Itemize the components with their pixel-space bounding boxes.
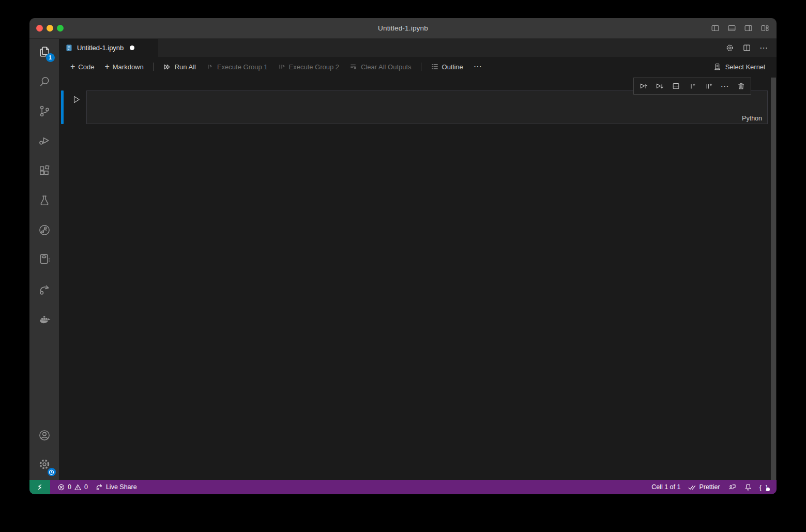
person-feedback-icon	[727, 482, 737, 492]
remote-icon	[36, 483, 44, 491]
sidebar-item-git-graph[interactable]	[33, 219, 56, 241]
title-bar: Untitled-1.ipynb	[29, 18, 777, 39]
toolbar-separator	[421, 63, 421, 71]
window-title: Untitled-1.ipynb	[378, 24, 428, 32]
minimize-window-button[interactable]	[47, 25, 53, 32]
source-control-icon	[38, 104, 51, 118]
run-cell-button[interactable]	[70, 93, 82, 105]
clear-all-outputs-button[interactable]: Clear All Outputs	[345, 60, 416, 73]
settings-sync-clock-badge	[48, 468, 56, 476]
editor-more-actions-icon[interactable]: ⋯	[759, 44, 768, 52]
cell-code-editor[interactable]: Python	[86, 90, 768, 124]
tab-label: Untitled-1.ipynb	[77, 44, 124, 52]
window-controls	[36, 18, 64, 38]
unsaved-changes-dot[interactable]	[130, 45, 134, 50]
cell-focus-bar	[61, 90, 64, 124]
toolbar-more-actions-button[interactable]: ⋯	[469, 60, 486, 73]
execute-cell-and-below-icon[interactable]	[653, 80, 666, 93]
braces-status-item[interactable]: { }	[756, 483, 772, 491]
toggle-primary-sidebar-icon[interactable]	[711, 24, 720, 33]
run-all-button[interactable]: Run All	[159, 60, 200, 73]
toggle-panel-icon[interactable]	[727, 24, 736, 33]
run-debug-icon	[38, 134, 51, 147]
sidebar-item-explorer[interactable]: 1	[33, 40, 56, 63]
beaker-icon	[38, 194, 51, 207]
sidebar-item-search[interactable]	[33, 70, 56, 93]
status-bar-left: 0 0 Live Share	[54, 483, 141, 491]
error-count: 0	[68, 483, 71, 491]
problems-indicator[interactable]: 0 0	[54, 483, 92, 491]
search-icon	[38, 75, 51, 88]
prettier-label: Prettier	[699, 483, 720, 491]
add-code-cell-button[interactable]: + Code	[66, 61, 98, 73]
execute-group-1-button[interactable]: Execute Group 1	[202, 61, 272, 73]
sidebar-item-run-debug[interactable]	[33, 129, 56, 152]
cell-toolbar: ⋯	[633, 78, 751, 95]
sidebar-item-live-share[interactable]	[33, 278, 56, 301]
clear-all-outputs-label: Clear All Outputs	[361, 63, 412, 71]
select-kernel-label: Select Kernel	[725, 63, 765, 71]
status-bar-right: Cell 1 of 1 Prettier { }	[648, 482, 772, 492]
double-check-icon	[688, 483, 696, 492]
account-icon	[38, 429, 51, 442]
braces-dot	[766, 488, 770, 491]
add-to-group-1-icon[interactable]	[686, 80, 699, 93]
docker-icon	[38, 313, 51, 326]
vertical-scrollbar[interactable]	[771, 78, 776, 480]
outline-label: Outline	[442, 63, 463, 71]
delete-cell-icon[interactable]	[735, 80, 748, 93]
cell-position-indicator[interactable]: Cell 1 of 1	[648, 483, 684, 491]
execute-group-2-label: Execute Group 2	[289, 63, 340, 71]
zoom-window-button[interactable]	[57, 25, 64, 32]
prettier-status-item[interactable]: Prettier	[684, 483, 723, 492]
braces-icon: { }	[759, 483, 769, 491]
close-window-button[interactable]	[36, 25, 43, 32]
notebook-settings-gear-icon[interactable]	[725, 43, 734, 52]
warning-icon	[74, 483, 82, 491]
notebook-body: ⋯ Python	[59, 77, 777, 480]
feedback-status-item[interactable]	[724, 482, 740, 492]
split-editor-icon[interactable]	[742, 43, 751, 52]
tab-bar: Untitled-1.ipynb ⋯	[59, 39, 777, 57]
select-kernel-button[interactable]: Select Kernel	[709, 60, 769, 73]
cell-position-label: Cell 1 of 1	[651, 483, 680, 491]
add-markdown-cell-button[interactable]: + Markdown	[100, 61, 147, 73]
status-bar: 0 0 Live Share Cell 1 of 1 Pr	[29, 480, 777, 494]
live-share-label: Live Share	[106, 483, 137, 491]
toolbar-separator	[153, 63, 154, 71]
tab-untitled-1-ipynb[interactable]: Untitled-1.ipynb	[59, 39, 158, 57]
execute-group-2-button[interactable]: Execute Group 2	[274, 61, 344, 73]
bell-icon	[744, 483, 752, 491]
sidebar-item-source-control[interactable]	[33, 100, 56, 123]
explorer-badge: 1	[46, 53, 55, 62]
sidebar-item-accounts[interactable]	[33, 424, 56, 447]
execute-above-cells-icon[interactable]	[637, 80, 650, 93]
sidebar-item-notebook[interactable]	[33, 248, 56, 270]
sidebar-item-settings[interactable]	[33, 453, 56, 476]
cell-more-actions-icon[interactable]: ⋯	[718, 80, 732, 93]
titlebar-layout-actions	[711, 18, 769, 38]
git-graph-icon	[38, 223, 51, 237]
add-to-group-2-icon[interactable]	[702, 80, 716, 93]
sidebar-item-docker[interactable]	[33, 308, 56, 331]
vscode-window: Untitled-1.ipynb 1	[29, 18, 777, 494]
tab-bar-actions: ⋯	[725, 39, 768, 57]
notebook-icon	[38, 252, 51, 266]
live-share-status-item[interactable]: Live Share	[92, 483, 141, 491]
live-share-icon	[38, 283, 51, 296]
clear-outputs-icon	[349, 63, 358, 71]
toggle-secondary-sidebar-icon[interactable]	[744, 24, 753, 33]
more-actions-icon: ⋯	[474, 63, 482, 71]
cell-language-picker[interactable]: Python	[742, 115, 762, 122]
notebook-file-icon	[65, 44, 73, 52]
outline-button[interactable]: Outline	[427, 60, 467, 73]
customize-layout-icon[interactable]	[761, 24, 769, 33]
editor-group: Untitled-1.ipynb ⋯ + Code	[59, 39, 777, 480]
sidebar-item-testing[interactable]	[33, 189, 56, 212]
run-all-icon	[163, 63, 172, 71]
notifications-status-item[interactable]	[740, 483, 756, 491]
plus-icon: +	[70, 63, 75, 71]
remote-indicator[interactable]	[29, 480, 50, 494]
sidebar-item-extensions[interactable]	[33, 159, 56, 182]
split-cell-icon[interactable]	[670, 80, 683, 93]
